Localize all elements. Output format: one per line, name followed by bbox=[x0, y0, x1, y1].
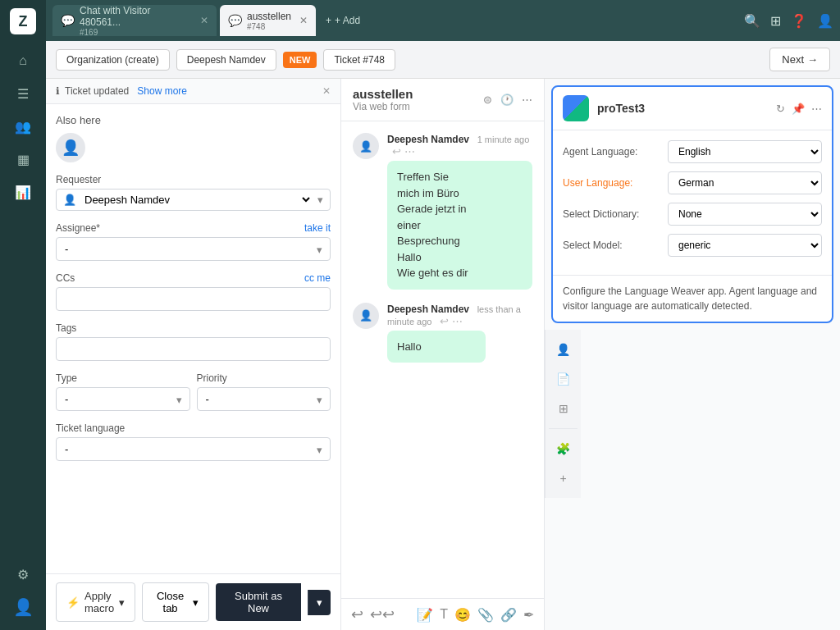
tab-ausstellen-close[interactable]: ✕ bbox=[299, 15, 308, 26]
left-navigation: Z ⌂ ☰ 👥 ▦ 📊 ⚙ 👤 bbox=[0, 0, 46, 630]
select-dictionary-select[interactable]: None Option 1 Option 2 bbox=[668, 203, 822, 226]
ticket-language-label: Ticket language bbox=[56, 422, 331, 434]
also-here-label: Also here bbox=[56, 114, 331, 126]
main-area: 💬 Chat with Visitor 480561... #169 ✕ 💬 a… bbox=[46, 0, 840, 630]
macro-chevron: ▾ bbox=[119, 596, 125, 609]
chat-messages: 👤 Deepesh Namdev 1 minute ago ↩ ⋯ Treffe… bbox=[341, 121, 544, 598]
also-here-avatar: 👤 bbox=[56, 133, 85, 162]
submit-button[interactable]: Submit as New bbox=[216, 583, 301, 621]
nav-users[interactable]: 👥 bbox=[8, 112, 38, 141]
more-icon[interactable]: ⋯ bbox=[522, 94, 532, 106]
compose-icon[interactable]: 📝 bbox=[417, 607, 433, 623]
sidebar-plugin-icon[interactable]: 🧩 bbox=[550, 436, 577, 462]
chat-subtitle: Via web form bbox=[353, 101, 413, 112]
nav-home[interactable]: ⌂ bbox=[8, 46, 38, 75]
message-bubble-1: Treffen Sie mich im Büro Gerade jetzt in… bbox=[387, 161, 532, 290]
ccs-input[interactable] bbox=[56, 287, 331, 311]
requester-field: Requester 👤 Deepesh Namdev ▾ bbox=[56, 174, 331, 211]
reply-icon[interactable]: ↩ bbox=[351, 605, 363, 623]
ticket-panel: ℹ Ticket updated Show more ✕ Also here 👤… bbox=[46, 79, 341, 630]
agent-language-label: Agent Language: bbox=[563, 146, 661, 158]
signature-icon[interactable]: ✒ bbox=[523, 607, 534, 623]
nav-avatar[interactable]: 👤 bbox=[8, 592, 38, 622]
link-icon[interactable]: 🔗 bbox=[500, 607, 517, 623]
help-icon[interactable]: ❓ bbox=[791, 13, 807, 29]
breadcrumb-ticket[interactable]: Ticket #748 bbox=[323, 49, 395, 71]
assignee-dropdown[interactable]: - bbox=[56, 237, 331, 261]
requester-dropdown[interactable]: Deepesh Namdev bbox=[81, 193, 313, 207]
next-button[interactable]: Next → bbox=[769, 48, 830, 71]
ticket-language-dropdown[interactable]: - bbox=[56, 437, 331, 461]
user-icon[interactable]: 👤 bbox=[817, 13, 833, 29]
nav-reports[interactable]: 📊 bbox=[8, 177, 38, 207]
message-avatar-2: 👤 bbox=[353, 303, 379, 329]
apps-icon[interactable]: ⊞ bbox=[770, 13, 781, 29]
plugin-name: proTest3 bbox=[597, 102, 768, 115]
message-sender-2: Deepesh Namdev bbox=[387, 304, 469, 315]
submit-dropdown[interactable]: ▾ bbox=[308, 590, 331, 615]
plugin-body: Agent Language: English German French Sp… bbox=[553, 130, 832, 275]
tab-chat-icon: 💬 bbox=[61, 14, 75, 27]
info-icon: ℹ bbox=[56, 85, 60, 97]
ccs-field: CCs cc me bbox=[56, 272, 331, 311]
apply-macro-button[interactable]: ⚡ Apply macro ▾ bbox=[56, 582, 135, 622]
text-format-icon[interactable]: T bbox=[440, 607, 448, 622]
nav-grid[interactable]: ▦ bbox=[8, 144, 38, 174]
emoji-icon[interactable]: 😊 bbox=[454, 607, 471, 623]
sidebar-user-icon[interactable]: 👤 bbox=[550, 336, 577, 363]
search-icon[interactable]: 🔍 bbox=[744, 13, 760, 29]
tab-ausstellen-sub: #748 bbox=[247, 22, 291, 31]
attach-icon[interactable]: 📎 bbox=[477, 607, 494, 623]
close-ticket-bar[interactable]: ✕ bbox=[322, 85, 331, 97]
agent-language-select[interactable]: English German French Spanish bbox=[668, 140, 822, 163]
message-icons-1: ↩ ⋯ bbox=[392, 145, 415, 158]
filter-icon[interactable]: ⊜ bbox=[483, 94, 492, 106]
close-tab-button[interactable]: Close tab ▾ bbox=[142, 582, 209, 622]
show-more-link[interactable]: Show more bbox=[137, 85, 187, 97]
priority-dropdown[interactable]: - bbox=[197, 387, 331, 411]
message-bubble-2: Hallo bbox=[387, 331, 486, 363]
message-content-1: Deepesh Namdev 1 minute ago ↩ ⋯ Treffen … bbox=[387, 133, 532, 290]
assignee-field: Assignee* take it - bbox=[56, 222, 331, 261]
tab-chat-close[interactable]: ✕ bbox=[200, 15, 208, 26]
sidebar-add-icon[interactable]: + bbox=[550, 465, 577, 491]
plugin-pin-icon[interactable]: 📌 bbox=[792, 103, 805, 115]
chat-toolbar: ↩ ↩↩ 📝 T 😊 📎 🔗 ✒ bbox=[341, 598, 544, 630]
chat-panel: ausstellen Via web form ⊜ 🕐 ⋯ 👤 Deepesh … bbox=[341, 79, 545, 630]
nav-settings[interactable]: ⚙ bbox=[8, 559, 38, 589]
ticket-language-field: Ticket language - bbox=[56, 422, 331, 461]
ticket-updated-bar: ℹ Ticket updated Show more ✕ bbox=[46, 79, 340, 104]
requester-chevron: ▾ bbox=[317, 194, 323, 206]
nav-list[interactable]: ☰ bbox=[8, 79, 38, 108]
message-sender-1: Deepesh Namdev bbox=[387, 134, 469, 145]
tags-label: Tags bbox=[56, 322, 331, 334]
user-language-select[interactable]: German English French Spanish bbox=[668, 171, 822, 194]
requester-select[interactable]: 👤 Deepesh Namdev ▾ bbox=[56, 189, 331, 211]
plugin-header-icons: ↻ 📌 ⋯ bbox=[776, 103, 822, 115]
select-model-select[interactable]: generic formal informal bbox=[668, 234, 822, 257]
reply-all-icon[interactable]: ↩↩ bbox=[370, 605, 395, 623]
message-content-2: Deepesh Namdev less than a minute ago ↩ … bbox=[387, 303, 532, 363]
tab-chat[interactable]: 💬 Chat with Visitor 480561... #169 ✕ bbox=[52, 5, 217, 36]
take-it-link[interactable]: take it bbox=[304, 222, 331, 234]
plugin-more-icon[interactable]: ⋯ bbox=[811, 103, 822, 115]
chat-title: ausstellen bbox=[353, 87, 413, 101]
sidebar-document-icon[interactable]: 📄 bbox=[550, 366, 577, 392]
history-icon[interactable]: 🕐 bbox=[500, 94, 514, 106]
tab-ausstellen[interactable]: 💬 ausstellen #748 ✕ bbox=[220, 5, 316, 36]
tags-input[interactable] bbox=[56, 337, 331, 361]
plugin-refresh-icon[interactable]: ↻ bbox=[776, 103, 785, 115]
plugin-logo bbox=[563, 95, 589, 121]
breadcrumb-org[interactable]: Organization (create) bbox=[56, 49, 170, 71]
chat-header-icons: ⊜ 🕐 ⋯ bbox=[483, 94, 532, 106]
sidebar-apps-icon[interactable]: ⊞ bbox=[550, 395, 577, 422]
type-dropdown[interactable]: - bbox=[56, 387, 190, 411]
breadcrumb-user[interactable]: Deepesh Namdev bbox=[176, 49, 276, 71]
cc-me-link[interactable]: cc me bbox=[304, 272, 331, 284]
select-dictionary-row: Select Dictionary: None Option 1 Option … bbox=[563, 203, 822, 226]
next-label: Next bbox=[782, 53, 804, 66]
assignee-label: Assignee* take it bbox=[56, 222, 331, 234]
plugin-description: Configure the Language Weaver app. Agent… bbox=[553, 275, 832, 322]
tab-add-button[interactable]: + + Add bbox=[319, 11, 367, 30]
tab-chat-sub: #169 bbox=[80, 28, 192, 37]
